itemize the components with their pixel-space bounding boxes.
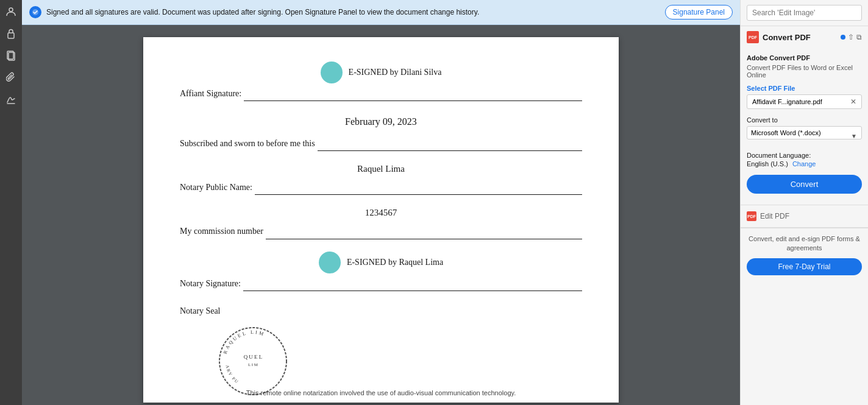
main-area: Signed and all signatures are valid. Doc… [22,0,740,405]
pdf-content: E-SIGNED by Dilani Silva Affiant Signatu… [180,62,582,398]
convert-to-select[interactable]: Microsoft Word (*.docx) Microsoft Excel … [747,126,862,139]
esigned-dilani-line: E-SIGNED by Dilani Silva [180,62,582,83]
search-input[interactable] [747,5,862,21]
file-chip-close-button[interactable]: ✕ [850,97,856,106]
svg-point-5 [219,328,286,395]
svg-text:RAQUEL LIM: RAQUEL LIM [222,329,266,354]
affiant-label: Affiant Signature: [180,86,241,101]
convert-pdf-section: PDF Convert PDF ⇧ ⧉ Adobe Convert PDF Co… [741,26,868,228]
convert-pdf-header: PDF Convert PDF ⇧ ⧉ [741,26,868,48]
chevron-up-icon[interactable]: ⇧ [848,33,854,41]
affiant-signature-underline [244,90,582,101]
notary-seal-label: Notary Seal [180,303,582,319]
esign-badge-raquel [319,252,341,273]
notary-seal-area: Notary Seal RAQUEL LIM ARY PU [180,303,582,398]
panel-header-right: ⇧ ⧉ [841,33,862,41]
file-name: Affidavit F...ignature.pdf [752,98,822,105]
copy-icon[interactable]: ⧉ [856,33,862,41]
doc-language-value: English (U.S.) Change [747,160,862,167]
footer-note: This remote online notarization involved… [246,389,516,396]
sidebar-icon-pages[interactable] [4,49,18,62]
panel-subtitle: Adobe Convert PDF [747,54,862,62]
commission-underline [266,228,582,239]
select-pdf-label: Select PDF File [747,85,862,92]
notification-left: Signed and all signatures are valid. Doc… [29,6,479,18]
esign-badge-dilani [321,62,343,83]
search-section [741,0,868,26]
notary-sig-underline [243,280,582,291]
notary-public-underline [255,184,582,195]
signature-valid-icon [29,6,41,18]
esigned-raquel-line: E-SIGNED by Raquel Lima [180,252,582,273]
doc-language-label: Document Language: [747,152,862,159]
esigned-raquel-text: E-SIGNED by Raquel Lima [347,255,443,270]
panel-header-left: PDF Convert PDF [747,31,811,43]
convert-to-label: Convert to [747,116,862,124]
edit-pdf-icon: PDF [747,211,756,221]
online-dot [841,35,845,40]
notary-name-text: Raquel Lima [180,161,582,177]
affiant-signature-line: Affiant Signature: [180,86,582,101]
panel-desc: Convert PDF Files to Word or Excel Onlin… [747,64,862,79]
edit-pdf-label: Edit PDF [760,212,789,220]
pdf-page: E-SIGNED by Dilani Silva Affiant Signatu… [143,37,619,403]
change-link[interactable]: Change [792,160,816,167]
pdf-icon-red: PDF [747,31,759,43]
notary-seal: RAQUEL LIM ARY PU Q U E L L I M [216,325,290,398]
svg-text:Q U E L: Q U E L [244,354,263,360]
panel-body: Adobe Convert PDF Convert PDF Files to W… [741,48,868,205]
convert-button[interactable]: Convert [747,175,862,194]
sworn-label: Subscribed and sworn to before me this [180,136,315,151]
notary-signature-line: Notary Signature: [180,276,582,291]
sidebar-icon-lock[interactable] [4,27,18,40]
sidebar-icon-attachment[interactable] [4,71,18,84]
commission-line: My commission number [180,224,582,239]
sworn-line: Subscribed and sworn to before me this [180,136,582,151]
free-trial-button[interactable]: Free 7-Day Trial [747,258,862,275]
edit-pdf-section: PDF Edit PDF [741,205,868,227]
date-text: February 09, 2023 [180,113,582,131]
bottom-desc: Convert, edit and e-sign PDF forms & agr… [747,234,862,253]
signature-panel-button[interactable]: Signature Panel [665,5,733,19]
svg-text:L I M: L I M [248,362,258,367]
notification-bar: Signed and all signatures are valid. Doc… [22,0,740,25]
notary-public-label: Notary Public Name: [180,180,252,195]
commission-number-text: 1234567 [180,205,582,221]
bottom-panel: Convert, edit and e-sign PDF forms & agr… [741,228,868,281]
notification-text: Signed and all signatures are valid. Doc… [46,8,479,16]
left-sidebar [0,0,22,405]
esigned-dilani-text: E-SIGNED by Dilani Silva [349,65,442,80]
sworn-underline [318,140,582,151]
panel-title: Convert PDF [763,33,811,42]
right-panel: PDF Convert PDF ⇧ ⧉ Adobe Convert PDF Co… [740,0,868,405]
commission-label: My commission number [180,224,263,239]
file-chip: Affidavit F...ignature.pdf ✕ [747,94,862,109]
svg-point-0 [9,8,13,12]
svg-rect-1 [8,33,14,38]
notary-public-name-line: Notary Public Name: [180,180,582,195]
pdf-viewer: E-SIGNED by Dilani Silva Affiant Signatu… [22,25,740,405]
sidebar-icon-signature[interactable] [4,93,18,106]
sidebar-icon-profile[interactable] [4,5,18,18]
notary-sig-label: Notary Signature: [180,276,241,291]
